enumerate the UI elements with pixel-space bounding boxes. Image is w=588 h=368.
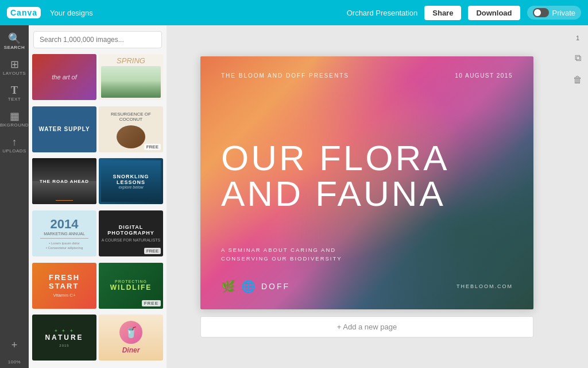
list-item[interactable]: 🥤 Diner <box>99 315 163 361</box>
header: Canva Your designs Orchard Presentation … <box>0 0 588 25</box>
thumb-symbol: ✦ ✦ ✦ <box>54 328 74 334</box>
thumb-text: SNORKLING LESSONS <box>105 174 157 185</box>
thumb-subtitle: Vitamin C+ <box>53 293 75 298</box>
add-page-button[interactable]: + Add a new page <box>200 316 533 338</box>
search-icon: 🔍 <box>8 33 21 44</box>
sidebar-item-layouts[interactable]: ⊞ LAYOUTS <box>0 56 29 79</box>
sidebar-bkground-label: BKGROUND <box>0 122 29 128</box>
thumb-text: 2014 <box>51 217 79 232</box>
private-toggle[interactable]: Private <box>527 6 581 20</box>
list-item[interactable]: SPRING <box>99 54 163 100</box>
thumbnail-grid: the art of SPRING WATER SUPPLY RESURGENC… <box>29 54 167 368</box>
zoom-level: 100% <box>8 359 21 365</box>
canvas-doff: DOFF <box>261 282 290 291</box>
sidebar-item-uploads[interactable]: ↑ UPLOADS <box>0 133 29 157</box>
free-badge: FREE <box>142 300 161 306</box>
canvas-top-row: THE BLOOM AND DOFF PRESENTS 10 AUGUST 20… <box>221 72 513 79</box>
canvas-content: THE BLOOM AND DOFF PRESENTS 10 AUGUST 20… <box>200 56 533 309</box>
thumb-text: NATURE <box>45 334 83 342</box>
canva-logo-box: Canva <box>7 7 41 18</box>
thumb-subtitle: 2015 <box>59 344 69 347</box>
sidebar-search-label: SEARCH <box>4 45 25 50</box>
text-icon: T <box>11 85 18 95</box>
thumb-subtitle: MARKETING ANNUAL <box>44 232 85 236</box>
your-designs-link[interactable]: Your designs <box>50 9 93 17</box>
sidebar-item-search[interactable]: 🔍 SEARCH <box>0 30 29 53</box>
canvas-date: 10 AUGUST 2015 <box>455 72 513 79</box>
thumb-detail: • Lorem ipsum dolor• Consectetur adipisc… <box>46 241 83 251</box>
list-item[interactable]: PROTECTING WILDLIFE FREE <box>99 263 163 309</box>
canvas-subtitle: A SEMINAR ABOUT CARING ANDCONSERVING OUR… <box>221 246 342 263</box>
sidebar-item-text[interactable]: T TEXT <box>0 82 29 105</box>
canvas-title-line1: OUR FLORA <box>221 140 450 175</box>
sidebar-plus-btn[interactable]: + <box>0 336 29 354</box>
free-badge: FREE <box>144 144 161 150</box>
canvas-area: THE BLOOM AND DOFF PRESENTS 10 AUGUST 20… <box>167 25 567 368</box>
list-item[interactable]: WATER SUPPLY <box>32 106 96 152</box>
copy-icon[interactable]: ⧉ <box>575 53 581 63</box>
list-item[interactable]: ✦ ✦ ✦ NATURE 2015 <box>32 315 96 361</box>
share-button[interactable]: Share <box>424 6 461 20</box>
thumb-text: Diner <box>122 346 140 354</box>
design-canvas[interactable]: THE BLOOM AND DOFF PRESENTS 10 AUGUST 20… <box>200 56 533 309</box>
download-button[interactable]: Download <box>468 6 520 20</box>
search-area <box>29 25 167 54</box>
main-body: 🔍 SEARCH ⊞ LAYOUTS T TEXT ▦ BKGROUND ↑ U… <box>0 25 588 368</box>
canvas-title: OUR FLORA AND FAUNA <box>221 140 450 211</box>
thumb-title: SPRING <box>117 56 145 65</box>
right-panel: 1 ⧉ 🗑 <box>567 25 588 368</box>
free-badge: FREE <box>144 248 161 254</box>
canvas-subtitle-text: A SEMINAR ABOUT CARING ANDCONSERVING OUR… <box>221 246 342 263</box>
thumb-text: THE ROAD AHEAD <box>37 177 91 186</box>
list-item[interactable]: FRESHSTART Vitamin C+ <box>32 263 96 309</box>
left-sidebar: 🔍 SEARCH ⊞ LAYOUTS T TEXT ▦ BKGROUND ↑ U… <box>0 25 29 368</box>
plus-icon: + <box>11 340 18 350</box>
uploads-icon: ↑ <box>12 137 17 147</box>
layouts-icon: ⊞ <box>10 59 19 70</box>
list-item[interactable]: THE ROAD AHEAD <box>32 158 96 204</box>
toggle-switch[interactable] <box>533 8 549 17</box>
presentation-name: Orchard Presentation <box>347 9 418 17</box>
globe-icon: 🌐 <box>241 279 256 293</box>
thumb-text: FRESHSTART <box>49 273 80 290</box>
list-item[interactable]: SNORKLING LESSONS explore below <box>99 158 163 204</box>
list-item[interactable]: 2014 MARKETING ANNUAL • Lorem ipsum dolo… <box>32 210 96 256</box>
canvas-title-line2: AND FAUNA <box>221 175 450 211</box>
canva-logo[interactable]: Canva <box>7 7 41 18</box>
canvas-logo-area: 🌿 🌐 DOFF <box>221 279 290 293</box>
trash-icon[interactable]: 🗑 <box>573 75 582 85</box>
sidebar-uploads-label: UPLOADS <box>2 148 26 154</box>
leaf-icon: 🌿 <box>221 279 235 293</box>
sidebar-zoom: 100% <box>0 356 29 368</box>
list-item[interactable]: DIGITAL PHOTOGRAPHY A COURSE FOR NATURAL… <box>99 210 163 256</box>
panel: the art of SPRING WATER SUPPLY RESURGENC… <box>29 25 167 368</box>
private-label: Private <box>552 9 575 17</box>
thumb-subtitle: explore below <box>118 185 143 189</box>
sidebar-layouts-label: LAYOUTS <box>3 71 26 76</box>
search-input[interactable] <box>33 31 162 48</box>
page-number: 1 <box>576 34 579 41</box>
thumb-subtitle: A COURSE FOR NATURALISTS <box>102 238 161 242</box>
thumb-text: WATER SUPPLY <box>38 126 90 132</box>
thumb-text: WILDLIFE <box>110 283 152 292</box>
thumb-text: RESURGENCE OF COCONUT <box>101 110 161 123</box>
list-item[interactable]: RESURGENCE OF COCONUT FREE <box>99 106 163 152</box>
thumb-text: DIGITAL PHOTOGRAPHY <box>101 224 161 236</box>
background-icon: ▦ <box>10 111 20 121</box>
sidebar-text-label: TEXT <box>8 97 21 102</box>
sidebar-item-bkground[interactable]: ▦ BKGROUND <box>0 108 29 131</box>
canvas-website: THEBLOOM.COM <box>457 283 513 289</box>
list-item[interactable]: the art of <box>32 54 96 100</box>
canvas-bottom-row: 🌿 🌐 DOFF THEBLOOM.COM <box>221 279 513 293</box>
thumb-prefix: PROTECTING <box>115 279 147 283</box>
canvas-presenter: THE BLOOM AND DOFF PRESENTS <box>221 72 349 79</box>
